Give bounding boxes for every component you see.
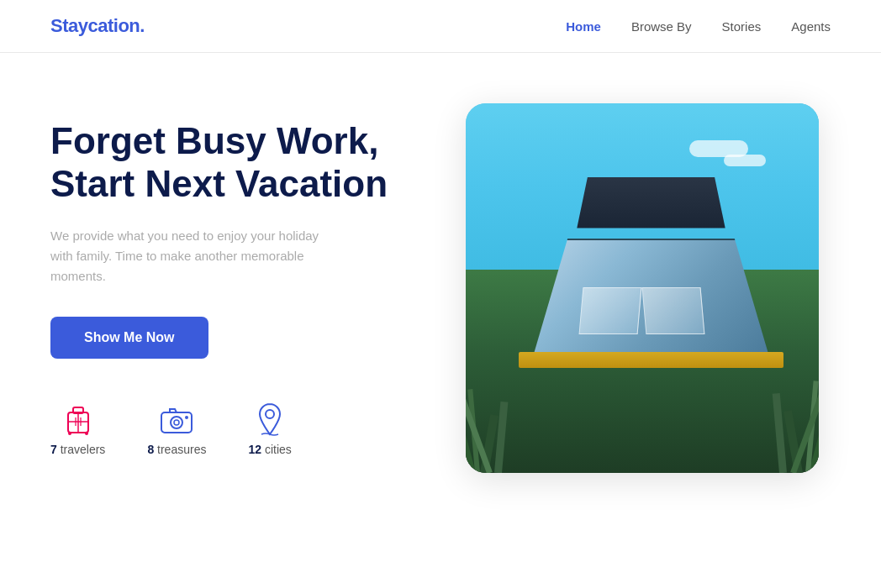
logo: Staycation.	[50, 15, 145, 37]
stat-treasures-text: treasures	[157, 443, 206, 456]
svg-point-5	[85, 432, 88, 435]
grass-blade	[494, 402, 508, 473]
hero-subtitle: We provide what you need to enjoy your h…	[50, 226, 319, 286]
nav-browse[interactable]: Browse By	[631, 19, 692, 34]
svg-point-9	[171, 417, 182, 428]
stats-section: 7 travelers	[50, 401, 404, 456]
hero-title-line2: Start Next Vacation	[50, 163, 388, 204]
nav-agents[interactable]: Agents	[791, 19, 831, 34]
location-icon	[251, 401, 288, 438]
header: Staycation. Home Browse By Stories Agent…	[0, 0, 881, 53]
svg-point-10	[174, 420, 179, 425]
cloud-2	[724, 155, 766, 166]
hero-left: Forget Busy Work, Start Next Vacation We…	[50, 120, 404, 455]
grass-foreground	[466, 344, 819, 473]
stat-travelers-label: 7 travelers	[50, 443, 105, 456]
logo-plain: cation.	[87, 15, 144, 36]
svg-rect-8	[161, 412, 192, 433]
grass-right	[642, 344, 819, 473]
hero-right	[454, 103, 831, 473]
grass-left	[466, 344, 642, 473]
stat-cities-text: cities	[265, 443, 292, 456]
nav-stories[interactable]: Stories	[722, 19, 762, 34]
hero-image	[466, 103, 819, 473]
show-me-now-button[interactable]: Show Me Now	[50, 317, 208, 359]
stat-treasures-label: 8 treasures	[147, 443, 206, 456]
glass-panel-right	[642, 287, 705, 334]
svg-point-4	[68, 432, 71, 435]
main-content: Forget Busy Work, Start Next Vacation We…	[0, 53, 881, 507]
stat-treasures: 8 treasures	[147, 401, 206, 456]
camera-icon	[158, 401, 195, 438]
luggage-icon	[60, 401, 97, 438]
glass-panel-left	[578, 287, 641, 334]
nav-home[interactable]: Home	[566, 19, 601, 34]
navigation: Home Browse By Stories Agents	[566, 19, 831, 34]
svg-point-11	[185, 416, 188, 419]
stat-travelers-text: travelers	[61, 443, 106, 456]
logo-colored: Stay	[50, 15, 87, 36]
stat-cities-number: 12	[248, 443, 264, 456]
hero-title: Forget Busy Work, Start Next Vacation	[50, 120, 404, 205]
hero-title-line1: Forget Busy Work,	[50, 120, 378, 161]
grass-blade	[773, 393, 787, 473]
stat-cities: 12 cities	[248, 401, 291, 456]
stat-travelers: 7 travelers	[50, 401, 105, 456]
svg-point-12	[266, 410, 274, 418]
stat-cities-label: 12 cities	[248, 443, 291, 456]
stat-travelers-number: 7	[50, 443, 61, 456]
house-roof	[546, 177, 757, 228]
house-body	[532, 239, 771, 360]
stat-treasures-number: 8	[147, 443, 157, 456]
